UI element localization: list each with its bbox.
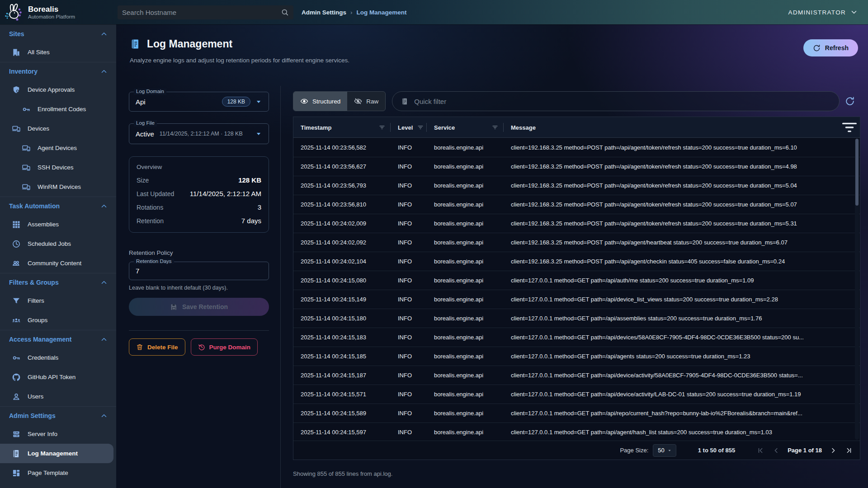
table-row[interactable]: 2025-11-14 00:24:15,187INFOborealis.engi… — [293, 366, 860, 385]
sidebar-item-community-content[interactable]: Community Content — [0, 253, 116, 273]
column-header-level[interactable]: Level — [391, 117, 427, 138]
page-size-select[interactable]: 50 — [653, 444, 676, 457]
cell-service: borealis.engine.api — [427, 334, 504, 341]
scrollbar-thumb[interactable] — [855, 139, 859, 206]
devices-icon — [22, 183, 31, 192]
cell-timestamp: 2025-11-14 00:23:56,582 — [293, 144, 391, 151]
cell-message: client=127.0.0.1 method=GET path=/api/de… — [504, 296, 860, 303]
server-icon — [12, 430, 21, 439]
hostname-search[interactable] — [118, 5, 293, 19]
cell-level: INFO — [391, 353, 427, 360]
user-menu[interactable]: ADMINISTRATOR — [788, 8, 858, 16]
user-menu-label: ADMINISTRATOR — [788, 9, 846, 16]
key-icon — [12, 353, 21, 362]
user-icon — [12, 392, 21, 401]
purge-domain-button[interactable]: Purge Domain — [191, 338, 258, 356]
refresh-icon — [845, 96, 855, 106]
sidebar-section-task-automation[interactable]: Task Automation — [0, 197, 116, 215]
sidebar-item-agent-devices[interactable]: Agent Devices — [0, 138, 116, 158]
sidebar-item-credentials[interactable]: Credentials — [0, 348, 116, 367]
table-row[interactable]: 2025-11-14 00:24:15,149INFOborealis.engi… — [293, 290, 860, 309]
overview-retention-value: 7 days — [241, 217, 261, 225]
previous-page-icon[interactable] — [772, 446, 780, 455]
quick-filter-field[interactable] — [392, 91, 840, 111]
sidebar-item-github-api-token[interactable]: GitHub API Token — [0, 367, 116, 387]
column-header-timestamp[interactable]: Timestamp — [293, 117, 391, 138]
sidebar-item-scheduled-jobs[interactable]: Scheduled Jobs — [0, 234, 116, 253]
log-file-select[interactable]: Log File Active 11/14/2025, 2:12:12 AM ·… — [129, 123, 269, 144]
sidebar-item-assemblies[interactable]: Assemblies — [0, 215, 116, 234]
cell-service: borealis.engine.api — [427, 220, 504, 227]
table-row[interactable]: 2025-11-14 00:24:02,009INFOborealis.engi… — [293, 214, 860, 233]
cell-message: client=127.0.0.1 method=GET path=/api/de… — [504, 334, 860, 341]
sidebar-item-filters[interactable]: Filters — [0, 291, 116, 310]
retention-days-input[interactable] — [136, 267, 262, 275]
table-row[interactable]: 2025-11-14 00:23:56,582INFOborealis.engi… — [293, 138, 860, 157]
page-title: Log Management — [147, 38, 232, 50]
cell-timestamp: 2025-11-14 00:24:02,104 — [293, 258, 391, 265]
log-domain-select[interactable]: Log Domain Api 128 KB — [129, 92, 269, 112]
save-retention-button[interactable]: Save Retention — [129, 298, 269, 316]
breadcrumb-log-management[interactable]: Log Management — [357, 9, 407, 16]
next-page-icon[interactable] — [829, 446, 837, 455]
table-refresh-button[interactable] — [840, 91, 860, 111]
refresh-button[interactable]: Refresh — [803, 39, 858, 56]
page-size-label: Page Size: — [620, 447, 648, 454]
delete-file-button[interactable]: Delete File — [129, 338, 185, 356]
eye-off-icon — [354, 97, 362, 105]
table-row[interactable]: 2025-11-14 00:24:15,185INFOborealis.engi… — [293, 347, 860, 366]
table-row[interactable]: 2025-11-14 00:24:15,180INFOborealis.engi… — [293, 309, 860, 328]
quick-filter-input[interactable] — [414, 98, 830, 105]
column-header-message[interactable]: Message — [504, 117, 839, 138]
last-page-icon[interactable] — [844, 446, 853, 455]
sidebar-item-page-template[interactable]: Page Template — [0, 463, 116, 483]
cell-timestamp: 2025-11-14 00:23:56,627 — [293, 163, 391, 170]
table-row[interactable]: 2025-11-14 00:24:15,589INFOborealis.engi… — [293, 404, 860, 423]
toggle-raw[interactable]: Raw — [347, 92, 385, 111]
sidebar-section-access-management[interactable]: Access Management — [0, 330, 116, 348]
cell-service: borealis.engine.api — [427, 258, 504, 265]
cell-service: borealis.engine.api — [427, 353, 504, 360]
table-row[interactable]: 2025-11-14 00:24:02,092INFOborealis.engi… — [293, 233, 860, 252]
table-row[interactable]: 2025-11-14 00:24:02,104INFOborealis.engi… — [293, 252, 860, 271]
sidebar-item-all-sites[interactable]: All Sites — [0, 42, 116, 62]
sidebar-item-log-management[interactable]: Log Management — [0, 444, 113, 463]
filter-icon[interactable] — [839, 117, 860, 138]
retention-days-label: Retention Days — [134, 258, 174, 264]
filter-icon[interactable] — [491, 124, 499, 131]
sidebar-section-filters-groups[interactable]: Filters & Groups — [0, 273, 116, 291]
breadcrumb-admin-settings[interactable]: Admin Settings — [302, 9, 346, 16]
toggle-structured[interactable]: Structured — [293, 92, 347, 111]
cell-service: borealis.engine.api — [427, 410, 504, 417]
table-row[interactable]: 2025-11-14 00:23:56,810INFOborealis.engi… — [293, 195, 860, 214]
pagination-bar: Page Size: 50 1 to 50 of 855 Page 1 of 1… — [293, 441, 860, 460]
search-input[interactable] — [122, 9, 281, 16]
sidebar-item-winrm-devices[interactable]: WinRM Devices — [0, 177, 116, 197]
column-header-service[interactable]: Service — [427, 117, 504, 138]
table-row[interactable]: 2025-11-14 00:23:56,627INFOborealis.engi… — [293, 157, 860, 176]
log-icon — [401, 98, 409, 105]
filter-icon[interactable] — [378, 124, 386, 131]
table-row[interactable]: 2025-11-14 00:24:15,597INFOborealis.engi… — [293, 423, 860, 440]
sidebar-item-groups[interactable]: Groups — [0, 310, 116, 330]
sidebar-item-devices[interactable]: Devices — [0, 119, 116, 138]
cell-service: borealis.engine.api — [427, 296, 504, 303]
sidebar-section-inventory[interactable]: Inventory — [0, 62, 116, 80]
sidebar-item-device-approvals[interactable]: Device Approvals — [0, 80, 116, 99]
filter-icon[interactable] — [417, 124, 424, 131]
sidebar-item-ssh-devices[interactable]: SSH Devices — [0, 158, 116, 177]
first-page-icon[interactable] — [757, 446, 765, 455]
sidebar-item-users[interactable]: Users — [0, 387, 116, 406]
sidebar-item-enrollment-codes[interactable]: Enrollment Codes — [0, 99, 116, 119]
rabbit-logo-icon — [4, 2, 24, 22]
cell-level: INFO — [391, 334, 427, 341]
sidebar-section-sites[interactable]: Sites — [0, 24, 116, 42]
sidebar-section-admin-settings[interactable]: Admin Settings — [0, 406, 116, 424]
table-row[interactable]: 2025-11-14 00:24:15,571INFOborealis.engi… — [293, 385, 860, 404]
table-row[interactable]: 2025-11-14 00:24:15,080INFOborealis.engi… — [293, 271, 860, 290]
table-row[interactable]: 2025-11-14 00:24:15,183INFOborealis.engi… — [293, 328, 860, 347]
table-row[interactable]: 2025-11-14 00:23:56,793INFOborealis.engi… — [293, 176, 860, 195]
cell-timestamp: 2025-11-14 00:24:15,080 — [293, 277, 391, 284]
cell-timestamp: 2025-11-14 00:24:15,180 — [293, 315, 391, 322]
sidebar-item-server-info[interactable]: Server Info — [0, 424, 116, 444]
